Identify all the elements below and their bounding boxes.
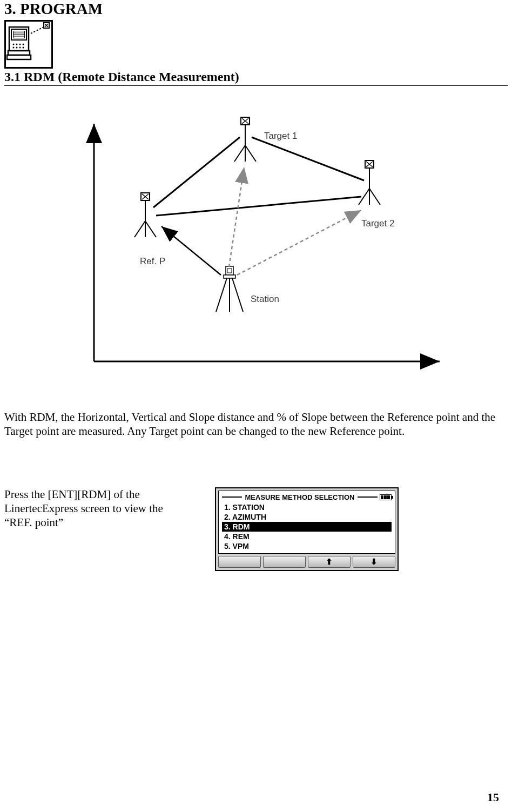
menu-item-vpm[interactable]: 5. VPM [222, 541, 392, 551]
svg-line-28 [145, 221, 156, 237]
softkey-up[interactable]: ⬆ [308, 556, 351, 568]
rdm-diagram: Ref. P Target 1 Target 2 [4, 102, 508, 378]
svg-line-55 [237, 210, 361, 275]
svg-point-12 [16, 47, 18, 49]
program-icon [4, 20, 53, 69]
svg-point-9 [19, 44, 21, 45]
svg-rect-45 [227, 269, 232, 273]
diagram-target2-label: Target 2 [361, 218, 394, 229]
diagram-refp-label: Ref. P [140, 256, 165, 266]
softkey-down[interactable]: ⬇ [353, 556, 395, 568]
svg-point-14 [23, 47, 24, 49]
svg-line-34 [234, 145, 245, 162]
instruction-text: Press the [ENT][RDM] of the LinertecExpr… [4, 487, 172, 530]
svg-point-8 [16, 44, 18, 45]
svg-rect-16 [7, 55, 31, 59]
diagram-target1-label: Target 1 [264, 131, 297, 141]
svg-line-53 [161, 226, 221, 275]
screen-title: MEASURE METHOD SELECTION [242, 493, 358, 501]
section-title: 3. PROGRAM [4, 0, 508, 18]
page-number: 15 [487, 790, 499, 804]
svg-point-13 [19, 47, 21, 49]
device-screen: MEASURE METHOD SELECTION 1. STATION 2. A… [215, 487, 399, 571]
svg-line-51 [252, 137, 364, 180]
diagram-station-label: Station [251, 294, 279, 304]
softkey-2[interactable] [263, 556, 306, 568]
svg-line-27 [134, 221, 145, 237]
svg-point-11 [13, 47, 15, 49]
svg-line-47 [216, 278, 227, 312]
svg-rect-46 [224, 275, 235, 278]
svg-line-35 [245, 145, 256, 162]
svg-point-7 [13, 44, 15, 45]
menu-item-rem[interactable]: 4. REM [222, 532, 392, 541]
menu-item-station[interactable]: 1. STATION [222, 502, 392, 512]
menu-item-rdm[interactable]: 3. RDM [222, 522, 392, 532]
softkey-1[interactable] [218, 556, 261, 568]
svg-point-10 [23, 44, 24, 45]
svg-line-48 [232, 278, 243, 312]
svg-line-42 [369, 189, 380, 205]
svg-line-54 [229, 167, 244, 267]
svg-line-52 [156, 197, 361, 216]
body-paragraph: With RDM, the Horizontal, Vertical and S… [4, 410, 508, 439]
menu-item-azimuth[interactable]: 2. AZIMUTH [222, 512, 392, 522]
battery-icon [380, 494, 392, 500]
svg-line-50 [153, 137, 240, 207]
subsection-title: 3.1 RDM (Remote Distance Measurement) [4, 70, 508, 86]
